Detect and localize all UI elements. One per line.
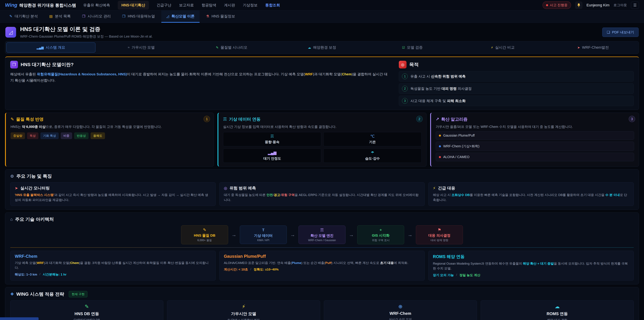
flow-node-weather-data: Ŧ 기상 데이터 KMA / API — [240, 225, 287, 244]
material-properties-card: ✎ 물질 특성 반영 1 HNS는 약 6,000종 이상으로, 종류가 매우 … — [5, 113, 214, 167]
gear-icon: ⚙ — [10, 174, 14, 179]
feature-risk-range: ◎ 위험 범위 예측 대기 중 독성물질 농도에 따른 안전/경고/위험 구역을… — [219, 182, 425, 206]
tag-specific-gravity[interactable]: 비중 — [61, 132, 72, 139]
tab-system-overview[interactable]: ▂▄▆ 시스템 개요 — [6, 43, 96, 53]
bar-chart-icon: ▂▄▆ — [36, 46, 44, 50]
purpose-item: 3 사고 대응 체계 구축 및 피해 최소화 — [399, 96, 634, 106]
main-content: ▂▄▆ 시스템 개요 ≈ 가우시안 모델 ✎ 물질별 시나리오 ☁ 해양환경 보… — [0, 41, 644, 320]
wrf-term: WRF — [305, 72, 313, 76]
tab-ocean-correction[interactable]: ☁ 해양환경 보정 — [278, 43, 366, 53]
rocket-icon: ➤ — [15, 186, 18, 190]
flow-node-model-engine: ☴ 확산 모델 엔진 WRF-Chem / Gaussian — [298, 225, 346, 244]
weather-cell-stability: ▂▄▆ 대기 안정도 — [223, 149, 321, 163]
features-heading: 주요 기능 및 특징 — [16, 173, 52, 179]
droplet-icon: ☂ — [371, 151, 374, 155]
definition-paragraph: 해상에서 유출된 위험유해물질(Hazardous & Noxious Subs… — [10, 71, 391, 84]
bullet-dot-icon — [439, 135, 441, 137]
list-icon: ▤ — [49, 14, 53, 18]
topbar: Wing 해양환경 위기대응 통합시스템 유출유 확산예측 HNS·대기확산 긴… — [0, 0, 644, 11]
algorithm-item[interactable]: WRF-Chem (기상+화학) — [436, 142, 634, 151]
subnav-item-analysis[interactable]: ✎ 대기확산 분석 — [4, 11, 43, 23]
logout-button[interactable]: 로그아웃 — [614, 3, 627, 8]
app-logo[interactable]: Wing 해양환경 위기대응 통합시스템 — [5, 2, 76, 8]
wing-logo-icon: Wing — [5, 2, 17, 8]
purpose-number: 2 — [402, 86, 408, 92]
property-tags: 증발량 독성 기화 특성 비중 반응성 용해도 — [10, 132, 209, 139]
hamburger-menu-icon[interactable]: ☰ — [631, 2, 639, 9]
tech-wrf-chem: WRF-Chem 기상 예측 모델(WRF)과 대기화학 모델(Chem)을 결… — [10, 251, 216, 280]
pdf-export-button[interactable]: ❏ PDF 내보내기 — [602, 28, 639, 37]
card-number-badge: 3 — [629, 116, 635, 122]
tab-wrfchem-evolution[interactable]: ➤ WRF-Chem발전 — [548, 43, 638, 53]
arrow-icon: → — [349, 232, 354, 238]
tag-reactivity[interactable]: 반응성 — [74, 132, 88, 139]
menu-board[interactable]: 게시판 — [224, 3, 235, 8]
feature-realtime-monitoring: ➤ 실시간 모니터링 'HNS 유출 블랙박스 시스템'과 같이 사고 즉시 확… — [10, 182, 216, 206]
purpose-number: 3 — [402, 98, 408, 104]
tag-vaporization[interactable]: 기화 특성 — [40, 132, 59, 139]
bar-chart-icon: ▂▄▆ — [268, 151, 276, 155]
tag-evaporation[interactable]: 증발량 — [10, 132, 25, 139]
subnav-item-response-manual[interactable]: ❒ HNS 대응매뉴얼 — [117, 11, 160, 23]
menu-emergency-rescue[interactable]: 긴급구난 — [157, 3, 172, 8]
thermometer-icon: ℃ — [370, 134, 375, 139]
page-subtitle: WRF-Chem·Gaussian Plume/Puff·ROMS·해양환경 보… — [20, 34, 152, 39]
alert-flag-icon: ⚑ — [438, 227, 441, 232]
algorithm-item[interactable]: Gaussian Plume/Puff — [436, 131, 634, 140]
target-icon: ◎ — [399, 61, 406, 69]
tab-model-validation[interactable]: ☑ 모델 검증 — [368, 43, 457, 53]
incident-label: 사고 진행중 — [550, 3, 568, 8]
status-dot-icon — [546, 4, 548, 6]
menu-reports[interactable]: 보고자료 — [179, 3, 194, 8]
flow-node-decision: ⚑ 대응 의사결정 대피·방제 명령 — [416, 225, 463, 244]
wind-icon: ☴ — [270, 134, 274, 139]
pencil-icon: ✎ — [203, 227, 206, 232]
weather-link-card: ☴ 기상 데이터 연동 2 실시간 기상 정보를 입력 데이터로 사용하여 확산… — [218, 113, 426, 167]
arrow-icon: → — [408, 232, 412, 238]
architecture-panel: ⌂ 주요 기술 아키텍처 ✎ HNS 물질 DB 6,000+ 물질 → Ŧ 기… — [5, 212, 639, 284]
subnav-item-scenario-management[interactable]: ❐ 시나리오 관리 — [77, 11, 116, 23]
system-icon: ❖ — [10, 292, 14, 296]
card-number-badge: 2 — [416, 116, 422, 122]
flow-node-hns-db: ✎ HNS 물질 DB 6,000+ 물질 — [181, 225, 228, 244]
tab-realtime-compare[interactable]: ⚡ 실시간 비교 — [458, 43, 547, 53]
subnav-item-substance-info[interactable]: ⚗ HNS 물질정보 — [201, 11, 240, 23]
model-definition: ❒ HNS 대기확산 모델이란? 해상에서 유출된 위험유해물질(Hazardo… — [10, 61, 391, 106]
flow-node-gis: ⌖ GIS 시각화 위험 구역 표시 — [357, 225, 404, 244]
features-panel: ⚙ 주요 기능 및 특징 ➤ 실시간 모니터링 'HNS 유출 블랙박스 시스템… — [5, 169, 639, 210]
algorithm-item[interactable]: ALOHA / CAMEO — [436, 153, 634, 161]
wing-card-roms[interactable]: ☁ ROMS 연동 해양-대기 결합 장기 예측 지원 — [481, 300, 634, 320]
taskbar-fragment — [0, 317, 38, 320]
architecture-flow: ✎ HNS 물질 DB 6,000+ 물질 → Ŧ 기상 데이터 KMA / A… — [10, 225, 634, 244]
definition-heading: HNS 대기확산 모델이란? — [21, 61, 74, 68]
subnav: ✎ 대기확산 분석 ▤ 분석 목록 ❐ 시나리오 관리 ❒ HNS 대응매뉴얼 … — [0, 11, 644, 23]
menu-air-search[interactable]: 항공탐색 — [202, 3, 216, 8]
notification-bell-icon[interactable] — [575, 2, 582, 9]
menu-integrated-search[interactable]: 통합조회 — [265, 3, 280, 8]
tag-toxicity[interactable]: 독성 — [27, 132, 38, 139]
wing-card-wrfchem[interactable]: ⊕ WRF-Chem 실시간 수치 모의 3D 확산 시뮬레이션 — [324, 300, 477, 320]
menu-hns-air-diffusion[interactable]: HNS·대기확산 — [118, 1, 149, 10]
incident-status-badge[interactable]: 사고 진행중 — [542, 1, 571, 9]
wing-card-gaussian[interactable]: ⚡ 가우시안 모델 ALOHA + 이류확산 엔진 초기대응 10초 이내 — [167, 300, 320, 320]
subnav-item-model-theory[interactable]: ◿ 확산모델 이론 — [161, 11, 200, 23]
set-square-icon: ◿ — [5, 27, 16, 38]
tech-gaussian: Gaussian Plume/Puff ALOHA/CAMEO 표준 알고리즘 … — [219, 251, 425, 280]
wind-icon: ☴ — [223, 117, 227, 122]
architecture-heading: 주요 기술 아키텍처 — [15, 216, 54, 222]
wing-card-hns-db[interactable]: ✎ HNS DB 연동 CHRIS/CAMEO DB 6,000+종 물질 검색 — [10, 300, 163, 320]
app-title: 해양환경 위기대응 통합시스템 — [19, 3, 76, 8]
lightning-icon: ⚡ — [433, 186, 436, 190]
menu-weather-info[interactable]: 기상정보 — [243, 3, 258, 8]
tag-solubility[interactable]: 용해도 — [90, 132, 105, 139]
tab-gaussian-model[interactable]: ≈ 가우시안 모델 — [97, 43, 186, 53]
spec-cards-row: ✎ 물질 특성 반영 1 HNS는 약 6,000종 이상으로, 종류가 매우 … — [5, 113, 639, 167]
menu-oil-diffusion[interactable]: 유출유 확산예측 — [83, 3, 110, 8]
bullet-dot-icon — [439, 145, 441, 147]
subnav-item-analysis-list[interactable]: ▤ 분석 목록 — [44, 11, 76, 23]
pencil-icon: ✎ — [10, 14, 12, 18]
tab-substance-scenario[interactable]: ✎ 물질별 시나리오 — [187, 43, 276, 53]
bullet-dot-icon — [439, 156, 441, 158]
algorithm-card: ↗ 확산 알고리즘 3 가우시안 플룸/퍼프 모델 또는 WRF-Chem 수치… — [430, 113, 639, 167]
wing-strategy-panel: ❖ WING 시스템 적용 전략 현재 구현 ✎ HNS DB 연동 CHRIS… — [5, 287, 639, 320]
